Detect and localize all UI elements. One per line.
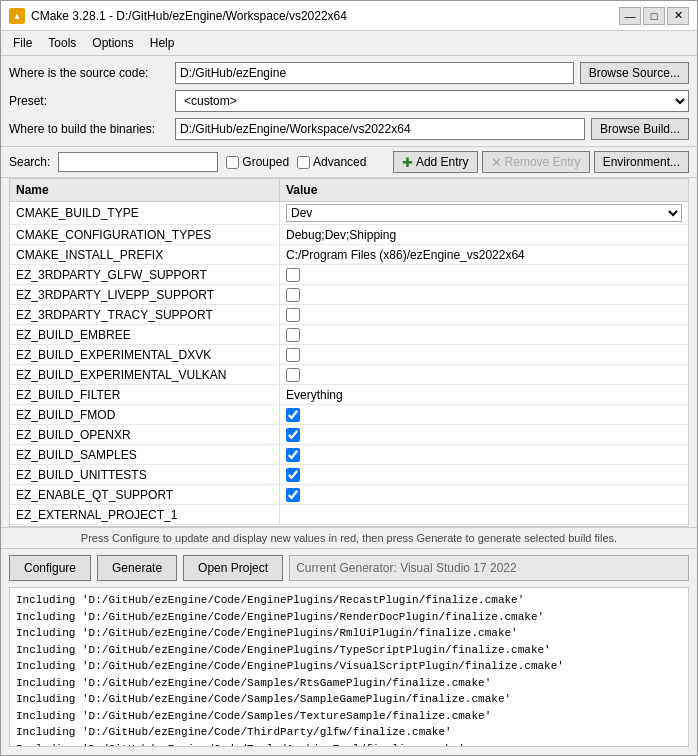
- source-label: Where is the source code:: [9, 66, 169, 80]
- value-input[interactable]: [286, 508, 682, 522]
- table-row: EZ_BUILD_SAMPLES: [10, 445, 688, 465]
- table-header: Name Value: [10, 179, 688, 202]
- grouped-label: Grouped: [242, 155, 289, 169]
- value-checkbox[interactable]: [286, 268, 300, 282]
- source-row: Where is the source code: Browse Source.…: [9, 62, 689, 84]
- log-line: Including 'D:/GitHub/ezEngine/Code/Engin…: [16, 592, 682, 609]
- close-button[interactable]: ✕: [667, 7, 689, 25]
- cell-value: [280, 365, 688, 384]
- search-label: Search:: [9, 155, 50, 169]
- cell-name: EZ_BUILD_EXPERIMENTAL_DXVK: [10, 345, 280, 364]
- cell-name: EZ_BUILD_SAMPLES: [10, 445, 280, 464]
- value-checkbox[interactable]: [286, 408, 300, 422]
- advanced-label: Advanced: [313, 155, 366, 169]
- table-row: EZ_BUILD_FILTER: [10, 385, 688, 405]
- cell-name: EZ_BUILD_EMBREE: [10, 325, 280, 344]
- cell-value: [280, 405, 688, 424]
- window-controls: — □ ✕: [619, 7, 689, 25]
- minimize-button[interactable]: —: [619, 7, 641, 25]
- value-checkbox[interactable]: [286, 348, 300, 362]
- add-entry-label: Add Entry: [416, 155, 469, 169]
- log-line: Including 'D:/GitHub/ezEngine/Code/Tools…: [16, 741, 682, 748]
- binaries-input[interactable]: [175, 118, 585, 140]
- title-bar: ▲ CMake 3.28.1 - D:/GitHub/ezEngine/Work…: [1, 1, 697, 31]
- table-row: EZ_BUILD_UNITTESTS: [10, 465, 688, 485]
- table-body: CMAKE_BUILD_TYPEDevCMAKE_CONFIGURATION_T…: [10, 202, 688, 527]
- source-input[interactable]: [175, 62, 574, 84]
- open-project-button[interactable]: Open Project: [183, 555, 283, 581]
- value-select[interactable]: Dev: [286, 204, 682, 222]
- cell-value: [280, 465, 688, 484]
- configure-button[interactable]: Configure: [9, 555, 91, 581]
- cell-value[interactable]: [280, 505, 688, 524]
- table-row: EZ_3RDPARTY_GLFW_SUPPORT: [10, 265, 688, 285]
- table-row: EZ_BUILD_EXPERIMENTAL_DXVK: [10, 345, 688, 365]
- cell-name: CMAKE_INSTALL_PREFIX: [10, 245, 280, 264]
- grouped-checkbox-label[interactable]: Grouped: [226, 155, 289, 169]
- environment-button[interactable]: Environment...: [594, 151, 689, 173]
- cell-value: [280, 345, 688, 364]
- browse-build-button[interactable]: Browse Build...: [591, 118, 689, 140]
- log-area: Including 'D:/GitHub/ezEngine/Code/Engin…: [9, 587, 689, 747]
- maximize-button[interactable]: □: [643, 7, 665, 25]
- cell-name: EZ_3RDPARTY_TRACY_SUPPORT: [10, 305, 280, 324]
- value-checkbox[interactable]: [286, 468, 300, 482]
- cell-name: EZ_BUILD_EXPERIMENTAL_VULKAN: [10, 365, 280, 384]
- table-row: CMAKE_CONFIGURATION_TYPES: [10, 225, 688, 245]
- log-line: Including 'D:/GitHub/ezEngine/Code/Engin…: [16, 625, 682, 642]
- remove-entry-button[interactable]: ✕ Remove Entry: [482, 151, 590, 173]
- cell-value[interactable]: [280, 225, 688, 244]
- value-input[interactable]: [286, 228, 682, 242]
- current-generator-label: Current Generator: Visual Studio 17 2022: [296, 561, 517, 575]
- log-line: Including 'D:/GitHub/ezEngine/Code/Sampl…: [16, 675, 682, 692]
- value-checkbox[interactable]: [286, 488, 300, 502]
- table-row: CMAKE_INSTALL_PREFIX: [10, 245, 688, 265]
- cell-name: EZ_3RDPARTY_GLFW_SUPPORT: [10, 265, 280, 284]
- binaries-label: Where to build the binaries:: [9, 122, 169, 136]
- app-icon: ▲: [9, 8, 25, 24]
- remove-icon: ✕: [491, 155, 502, 170]
- cell-value: [280, 425, 688, 444]
- menu-help[interactable]: Help: [142, 33, 183, 53]
- cmake-table: Name Value CMAKE_BUILD_TYPEDevCMAKE_CONF…: [9, 178, 689, 527]
- cell-name: EZ_BUILD_FILTER: [10, 385, 280, 404]
- value-checkbox[interactable]: [286, 328, 300, 342]
- col-value: Value: [280, 179, 688, 201]
- table-row: EZ_BUILD_EXPERIMENTAL_VULKAN: [10, 365, 688, 385]
- cell-name: CMAKE_BUILD_TYPE: [10, 202, 280, 224]
- status-bar: Press Configure to update and display ne…: [1, 527, 697, 548]
- search-input[interactable]: [58, 152, 218, 172]
- advanced-checkbox[interactable]: [297, 156, 310, 169]
- menu-options[interactable]: Options: [84, 33, 141, 53]
- title-bar-left: ▲ CMake 3.28.1 - D:/GitHub/ezEngine/Work…: [9, 8, 347, 24]
- browse-source-button[interactable]: Browse Source...: [580, 62, 689, 84]
- log-line: Including 'D:/GitHub/ezEngine/Code/Engin…: [16, 642, 682, 659]
- add-entry-button[interactable]: ✚ Add Entry: [393, 151, 478, 173]
- value-checkbox[interactable]: [286, 308, 300, 322]
- table-row: EZ_BUILD_FMOD: [10, 405, 688, 425]
- cell-value[interactable]: [280, 385, 688, 404]
- value-checkbox[interactable]: [286, 288, 300, 302]
- cell-name: EZ_BUILD_FMOD: [10, 405, 280, 424]
- grouped-checkbox[interactable]: [226, 156, 239, 169]
- generate-button[interactable]: Generate: [97, 555, 177, 581]
- value-input[interactable]: [286, 248, 682, 262]
- add-icon: ✚: [402, 155, 413, 170]
- value-checkbox[interactable]: [286, 448, 300, 462]
- cell-value: [280, 305, 688, 324]
- value-checkbox[interactable]: [286, 368, 300, 382]
- value-checkbox[interactable]: [286, 428, 300, 442]
- menu-tools[interactable]: Tools: [40, 33, 84, 53]
- cell-value: [280, 325, 688, 344]
- binaries-row: Where to build the binaries: Browse Buil…: [9, 118, 689, 140]
- log-line: Including 'D:/GitHub/ezEngine/Code/Engin…: [16, 658, 682, 675]
- table-row: EZ_3RDPARTY_LIVEPP_SUPPORT: [10, 285, 688, 305]
- cell-value: [280, 265, 688, 284]
- advanced-checkbox-label[interactable]: Advanced: [297, 155, 366, 169]
- preset-select[interactable]: <custom>: [175, 90, 689, 112]
- menu-file[interactable]: File: [5, 33, 40, 53]
- cell-value[interactable]: [280, 245, 688, 264]
- table-row: CMAKE_BUILD_TYPEDev: [10, 202, 688, 225]
- value-input[interactable]: [286, 388, 682, 402]
- cell-name: CMAKE_CONFIGURATION_TYPES: [10, 225, 280, 244]
